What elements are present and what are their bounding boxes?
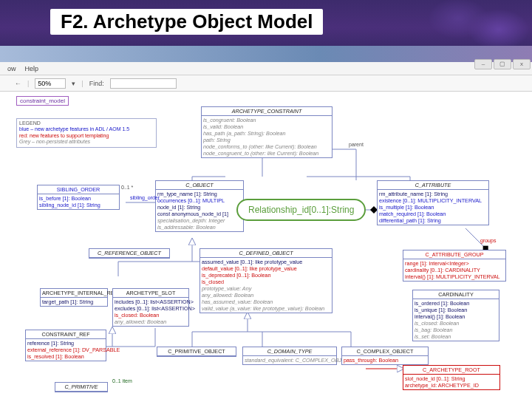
title-accent	[429, 0, 532, 46]
nav-back-icon[interactable]: ←	[15, 80, 21, 87]
legend-red: red: new features to support templating	[19, 133, 154, 139]
label-item-mult: 0..1 item	[112, 378, 132, 383]
package-label: constraint_model	[16, 96, 69, 106]
legend-blue: blue – new archetype features in ADL / A…	[19, 126, 154, 132]
class-name: C_DEFINED_OBJECT	[200, 249, 332, 258]
callout-text: Relationship_id[0..1]:String	[248, 205, 354, 215]
class-archetype-slot: ARCHETYPE_SLOT includes [0..1]: list<ASS…	[112, 288, 189, 327]
class-c-attribute-group: C_ATTRIBUTE_GROUP range [1]: Interval<In…	[403, 250, 506, 282]
legend-grey: Grey – non-persisted attributes	[19, 139, 154, 145]
class-c-reference-object: C_REFERENCE_OBJECT	[89, 248, 170, 259]
class-name: C_DOMAIN_TYPE	[243, 347, 336, 356]
close-button[interactable]: x	[513, 59, 531, 69]
class-archetype-constraint: ARCHETYPE_CONSTRAINT is_congruent: Boole…	[201, 106, 332, 158]
label-groups: groups	[480, 238, 496, 243]
class-c-domain-type: C_DOMAIN_TYPE standard_equivalent: C_COM…	[242, 347, 337, 365]
zoom-input[interactable]	[35, 78, 66, 89]
sub-band	[0, 46, 532, 62]
class-name: C_COMPLEX_OBJECT	[342, 347, 428, 356]
class-name: C_PRIMITIVE_OBJECT	[157, 347, 236, 356]
minimize-button[interactable]: –	[474, 59, 492, 69]
menu-item-help[interactable]: Help	[25, 65, 39, 72]
class-constraint-ref: CONSTRAINT_REF reference [1]: String ext…	[25, 330, 106, 361]
class-c-primitive: C_PRIMITIVE	[55, 382, 108, 392]
class-cardinality: CARDINALITY is_ordered [1]: Boolean is_u…	[412, 290, 499, 341]
maximize-button[interactable]: ▢	[494, 59, 511, 69]
class-name: C_OBJECT	[156, 181, 243, 190]
class-archetype-internal-ref: ARCHETYPE_INTERNAL_REF target_path [1]: …	[40, 288, 108, 307]
class-name: C_ARCHETYPE_ROOT	[403, 366, 499, 375]
class-c-complex-object: C_COMPLEX_OBJECT pass_through: Boolean	[341, 347, 429, 365]
toolbar: ← | ▾ | Find:	[0, 75, 532, 92]
class-c-defined-object: C_DEFINED_OBJECT assumed_value [0..1]: l…	[200, 248, 332, 313]
class-c-primitive-object: C_PRIMITIVE_OBJECT	[157, 347, 236, 357]
find-label: Find:	[89, 80, 104, 87]
class-sibling-order: SIBLING_ORDER is_before [1]: Boolean sib…	[37, 185, 120, 210]
class-c-object: C_OBJECT rm_type_name [1]: String occurr…	[155, 180, 244, 232]
zoom-dropdown-icon[interactable]: ▾	[72, 80, 75, 87]
legend-title: LEGEND	[19, 120, 154, 126]
class-name: ARCHETYPE_CONSTRAINT	[202, 107, 332, 116]
class-name: CARDINALITY	[413, 290, 499, 299]
class-name: C_REFERENCE_OBJECT	[89, 249, 169, 258]
label-sibling-order: sibling_order	[130, 195, 160, 200]
diagram-canvas[interactable]: constraint_model LEGEND blue – new arche…	[0, 92, 532, 399]
class-name: ARCHETYPE_INTERNAL_REF	[41, 289, 107, 298]
class-name: C_PRIMITIVE	[55, 383, 107, 392]
class-name: SIBLING_ORDER	[38, 185, 119, 194]
menu-item-window[interactable]: ow	[7, 65, 16, 72]
label-zero-one: 0..1 *	[121, 185, 133, 190]
app-window: ow Help – ▢ x ← | ▾ | Find:	[0, 62, 532, 399]
page-title: F2. Archetype Object Model	[50, 9, 323, 35]
callout-relationship-id: Relationship_id[0..1]:String	[236, 199, 366, 221]
find-input[interactable]	[110, 78, 177, 89]
label-parent: parent	[349, 142, 364, 147]
menu-bar[interactable]: ow Help – ▢ x	[0, 62, 532, 75]
class-c-archetype-root: C_ARCHETYPE_ROOT slot_node_id [0..1]: St…	[403, 365, 500, 390]
legend-box: LEGEND blue – new archetype features in …	[16, 118, 157, 148]
class-name: ARCHETYPE_SLOT	[113, 289, 188, 298]
class-name: CONSTRAINT_REF	[26, 330, 106, 339]
class-c-attribute: C_ATTRIBUTE rm_attribute_name [1]: Strin…	[377, 180, 489, 225]
class-name: C_ATTRIBUTE_GROUP	[403, 250, 505, 259]
class-name: C_ATTRIBUTE	[378, 181, 488, 190]
